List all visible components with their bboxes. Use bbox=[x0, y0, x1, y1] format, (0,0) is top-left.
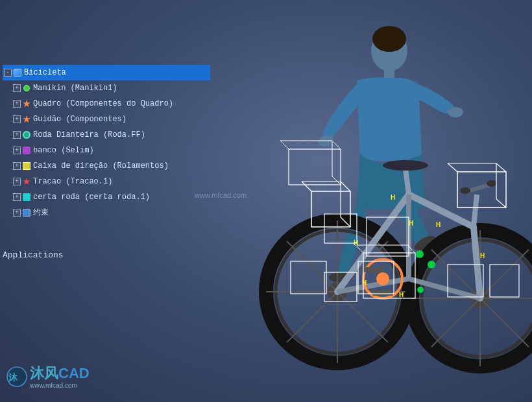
tree-label-caixa-direcao: Caixa de direção (Rolamentos) bbox=[33, 159, 169, 173]
tree-item-caixa-direcao[interactable]: + Caixa de direção (Rolamentos) bbox=[3, 158, 210, 174]
svg-line-79 bbox=[280, 141, 289, 149]
logo-area: 沐 沐风CAD www.mfcad.com bbox=[6, 364, 90, 389]
svg-text:H: H bbox=[409, 220, 413, 227]
tree-expand-quadro[interactable]: + bbox=[13, 100, 21, 108]
svg-point-40 bbox=[487, 180, 497, 187]
svg-line-16 bbox=[287, 292, 337, 342]
tree-expand-constraint[interactable]: + bbox=[13, 209, 21, 217]
svg-point-1 bbox=[372, 26, 406, 52]
tree-label-certa-roda: certa roda (certa roda.1) bbox=[33, 190, 150, 204]
svg-point-42 bbox=[376, 272, 389, 285]
svg-rect-76 bbox=[490, 265, 519, 297]
svg-point-64 bbox=[416, 250, 424, 258]
svg-point-36 bbox=[383, 160, 428, 171]
tree-item-roda-dianteira[interactable]: + Roda Dianteira (Roda.FF) bbox=[3, 127, 210, 143]
tree-item-constraint[interactable]: + 约束 bbox=[3, 205, 210, 220]
tree-expand-certa[interactable]: + bbox=[13, 193, 21, 201]
svg-text:H: H bbox=[436, 221, 441, 228]
red-gear-icon bbox=[22, 177, 31, 186]
applications-label: Applications bbox=[3, 250, 64, 260]
blue-cube-icon bbox=[13, 68, 22, 77]
tree-item-manikin[interactable]: + Manikin (Manikin1) bbox=[3, 80, 210, 96]
green-dot-icon bbox=[22, 84, 31, 93]
svg-text:H: H bbox=[362, 279, 367, 287]
svg-rect-78 bbox=[289, 149, 341, 185]
svg-text:H: H bbox=[391, 194, 395, 201]
logo-prefix: 沐风 bbox=[30, 365, 58, 381]
tree-expand-manikin[interactable]: + bbox=[13, 84, 21, 92]
logo-suffix: CAD bbox=[58, 365, 90, 381]
svg-line-37 bbox=[474, 195, 477, 227]
svg-text:H: H bbox=[399, 291, 404, 298]
teal-wheel-icon bbox=[22, 130, 31, 139]
svg-line-82 bbox=[332, 176, 341, 185]
svg-line-28 bbox=[480, 250, 529, 298]
svg-text:沐: 沐 bbox=[8, 372, 18, 383]
svg-line-38 bbox=[467, 185, 490, 191]
purple-icon bbox=[22, 146, 31, 155]
tree-expand-banco[interactable]: + bbox=[13, 147, 21, 154]
svg-line-27 bbox=[431, 298, 480, 347]
svg-line-80 bbox=[332, 141, 341, 149]
svg-line-35 bbox=[405, 169, 409, 195]
svg-point-39 bbox=[460, 187, 470, 194]
tree-item-bicicleta[interactable]: - Bicicleta bbox=[3, 65, 210, 80]
svg-text:H: H bbox=[480, 252, 485, 259]
orange-gear2-icon bbox=[22, 115, 31, 124]
tree-label-manikin: Manikin (Manikin1) bbox=[33, 81, 117, 95]
tree-item-quadro[interactable]: + Quadro (Componentes do Quadro) bbox=[3, 96, 210, 112]
svg-line-46 bbox=[448, 163, 457, 172]
svg-line-26 bbox=[480, 298, 529, 347]
svg-line-31 bbox=[474, 227, 480, 298]
tree-label-tracao: Tracao (Tracao.1) bbox=[33, 174, 112, 189]
svg-rect-43 bbox=[372, 290, 393, 296]
tree-item-banco[interactable]: + banco (Selim) bbox=[3, 143, 210, 158]
logo-icon: 沐 bbox=[6, 366, 27, 387]
svg-line-49 bbox=[496, 199, 506, 207]
tree-label-constraint: 约束 bbox=[33, 206, 49, 220]
tree-label-bicicleta: Bicicleta bbox=[24, 65, 66, 80]
tree-expand-tracao[interactable]: + bbox=[13, 178, 21, 185]
svg-line-53 bbox=[341, 182, 350, 191]
orange-gear-icon bbox=[22, 99, 31, 108]
tree-panel: - Bicicleta + Manikin (Manikin1) + Quadr… bbox=[3, 65, 210, 220]
svg-rect-73 bbox=[291, 261, 326, 294]
svg-line-52 bbox=[302, 182, 311, 191]
main-container: H H H H H H H bbox=[0, 0, 532, 402]
logo-brand-text: 沐风CAD bbox=[30, 364, 90, 383]
yellow-box-icon bbox=[22, 161, 31, 171]
tree-label-roda-dianteira: Roda Dianteira (Roda.FF) bbox=[33, 128, 145, 142]
tree-label-guidao: Guidão (Componentes) bbox=[33, 112, 127, 126]
tree-item-tracao[interactable]: + Tracao (Tracao.1) bbox=[3, 174, 210, 189]
tree-item-guidao[interactable]: + Guidão (Componentes) bbox=[3, 112, 210, 127]
tree-label-quadro: Quadro (Componentes do Quadro) bbox=[33, 97, 173, 111]
tree-expand-guidao[interactable]: + bbox=[13, 115, 21, 123]
svg-point-66 bbox=[417, 287, 424, 293]
svg-line-68 bbox=[356, 245, 363, 253]
tree-expand-roda[interactable]: + bbox=[13, 131, 21, 139]
tree-expand-caixa[interactable]: + bbox=[13, 162, 21, 170]
svg-line-47 bbox=[496, 163, 506, 172]
svg-line-14 bbox=[287, 241, 337, 292]
tree-label-banco: banco (Selim) bbox=[33, 143, 94, 158]
constraint-icon bbox=[22, 208, 31, 217]
tree-item-certa-roda[interactable]: + certa roda (certa roda.1) bbox=[3, 189, 210, 205]
tree-expand-bicicleta[interactable]: - bbox=[4, 69, 12, 77]
svg-point-3 bbox=[448, 107, 463, 117]
svg-rect-44 bbox=[363, 267, 384, 272]
svg-point-65 bbox=[428, 261, 435, 268]
cyan-box-icon bbox=[22, 193, 31, 202]
